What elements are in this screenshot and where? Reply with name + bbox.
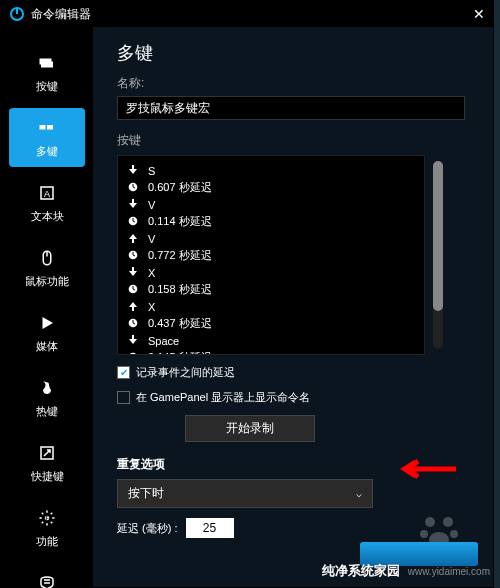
clock-icon [128,216,142,228]
delay-ms-input[interactable] [186,518,234,538]
svg-point-14 [425,517,435,527]
sidebar-item-media[interactable]: 媒体 [9,303,85,362]
scrollbar[interactable] [433,161,443,349]
multikey-icon [35,116,59,140]
key-sequence-row[interactable]: 0.158 秒延迟 [128,281,414,298]
sidebar-item-label: 多键 [36,144,58,159]
clock-icon [128,352,142,356]
checkbox-label: 在 GamePanel 显示器上显示命令名 [136,390,310,405]
row-text: 0.772 秒延迟 [148,248,212,263]
logitech-logo-icon [9,6,25,22]
watermark: 纯净系统家园 www.yidaimei.com [322,562,490,580]
arrow-down-icon [128,267,142,279]
window-title: 命令编辑器 [31,6,91,23]
row-text: 0.158 秒延迟 [148,282,212,297]
key-sequence-row[interactable]: S [128,162,414,179]
sidebar-item-label: 功能 [36,534,58,549]
key-sequence-row[interactable]: 0.114 秒延迟 [128,213,414,230]
clock-icon [128,318,142,330]
sidebar-item-textblock[interactable]: A 文本块 [9,173,85,232]
sidebar-item-mouse[interactable]: 鼠标功能 [9,238,85,297]
page-title: 多键 [117,41,477,65]
key-sequence-row[interactable]: X [128,298,414,315]
key-sequence-row[interactable]: 0.607 秒延迟 [128,179,414,196]
hotkeys-icon [35,376,59,400]
titlebar: 命令编辑器 ✕ [1,1,493,27]
svg-point-16 [420,530,428,538]
watermark-brand: 纯净系统家园 [322,563,400,578]
sidebar: 按键 多键 A 文本块 鼠标功能 媒体 热键 [1,27,93,587]
sidebar-item-shortcut[interactable]: 快捷键 [9,433,85,492]
svg-point-17 [450,530,458,538]
sidebar-item-label: 文本块 [31,209,64,224]
key-sequence-list[interactable]: S0.607 秒延迟V0.114 秒延迟V0.772 秒延迟X0.158 秒延迟… [117,155,425,355]
svg-text:A: A [44,189,50,199]
close-icon[interactable]: ✕ [473,6,485,22]
key-sequence-row[interactable]: V [128,196,414,213]
chevron-down-icon: ⌵ [356,488,362,499]
arrow-up-icon [128,301,142,313]
key-sequence-row[interactable]: Space [128,332,414,349]
name-label: 名称: [117,75,477,92]
repeat-mode-select[interactable]: 按下时 ⌵ [117,479,373,508]
arrow-down-icon [128,199,142,211]
checkbox-icon [117,391,130,404]
ventrilo-icon [35,571,59,588]
keystroke-icon [35,51,59,75]
record-delays-checkbox[interactable]: ✔ 记录事件之间的延迟 [117,365,477,380]
annotation-arrow-icon [396,457,458,483]
svg-point-15 [443,517,453,527]
key-sequence-row[interactable]: 0.145 秒延迟 [128,349,414,355]
name-input[interactable] [117,96,465,120]
scroll-thumb[interactable] [433,161,443,311]
watermark-url: www.yidaimei.com [408,566,490,577]
keys-label: 按键 [117,132,477,149]
select-value: 按下时 [128,485,164,502]
key-sequence-row[interactable]: 0.772 秒延迟 [128,247,414,264]
row-text: 0.114 秒延迟 [148,214,212,229]
row-text: S [148,165,155,177]
sidebar-item-label: 媒体 [36,339,58,354]
sidebar-item-label: 热键 [36,404,58,419]
main-panel: 多键 名称: 按键 S0.607 秒延迟V0.114 秒延迟V0.772 秒延迟… [93,27,493,587]
row-text: V [148,233,155,245]
clock-icon [128,182,142,194]
checkbox-label: 记录事件之间的延迟 [136,365,235,380]
row-text: 0.145 秒延迟 [148,350,212,355]
delay-label: 延迟 (毫秒) : [117,521,178,536]
sidebar-item-keystroke[interactable]: 按键 [9,43,85,102]
sidebar-item-multikey[interactable]: 多键 [9,108,85,167]
arrow-down-icon [128,165,142,177]
shortcut-icon [35,441,59,465]
textblock-icon: A [35,181,59,205]
sidebar-item-hotkeys[interactable]: 热键 [9,368,85,427]
mouse-icon [35,246,59,270]
arrow-down-icon [128,335,142,347]
start-recording-button[interactable]: 开始录制 [185,415,315,442]
row-text: Space [148,335,179,347]
sidebar-item-label: 快捷键 [31,469,64,484]
row-text: 0.437 秒延迟 [148,316,212,331]
row-text: 0.607 秒延迟 [148,180,212,195]
arrow-up-icon [128,233,142,245]
function-icon: F [35,506,59,530]
key-sequence-row[interactable]: 0.437 秒延迟 [128,315,414,332]
checkbox-icon: ✔ [117,366,130,379]
key-sequence-row[interactable]: V [128,230,414,247]
sidebar-item-label: 按键 [36,79,58,94]
key-sequence-row[interactable]: X [128,264,414,281]
clock-icon [128,250,142,262]
gamepanel-checkbox[interactable]: 在 GamePanel 显示器上显示命令名 [117,390,477,405]
row-text: V [148,199,155,211]
clock-icon [128,284,142,296]
row-text: X [148,267,155,279]
row-text: X [148,301,155,313]
sidebar-item-function[interactable]: F 功能 [9,498,85,557]
sidebar-item-ventrilo[interactable]: Ventrilo [9,563,85,588]
media-icon [35,311,59,335]
sidebar-item-label: 鼠标功能 [25,274,69,289]
